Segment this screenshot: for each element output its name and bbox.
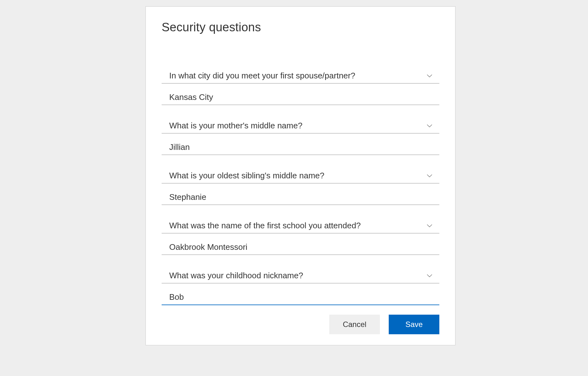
chevron-down-icon — [426, 122, 433, 129]
question-label: What is your oldest sibling's middle nam… — [169, 171, 325, 181]
answer-field-row — [162, 190, 439, 205]
chevron-down-icon — [426, 72, 433, 79]
answer-input[interactable] — [162, 290, 439, 305]
dialog-title: Security questions — [162, 21, 439, 34]
question-dropdown[interactable]: What was your childhood nickname? — [162, 269, 439, 283]
chevron-down-icon — [426, 222, 433, 229]
answer-field-row — [162, 240, 439, 255]
page-background: Security questions In what city did you … — [0, 0, 588, 376]
save-button[interactable]: Save — [389, 315, 439, 334]
question-label: What was your childhood nickname? — [169, 271, 303, 280]
security-questions-dialog: Security questions In what city did you … — [145, 6, 455, 345]
cancel-button[interactable]: Cancel — [329, 315, 380, 334]
answer-field-row — [162, 140, 439, 155]
answer-field-row — [162, 290, 439, 305]
chevron-down-icon — [426, 272, 433, 279]
security-questions-list: In what city did you meet your first spo… — [162, 69, 439, 305]
question-label: In what city did you meet your first spo… — [169, 71, 355, 81]
answer-input[interactable] — [162, 190, 439, 205]
question-label: What was the name of the first school yo… — [169, 221, 361, 231]
answer-input[interactable] — [162, 90, 439, 105]
answer-input[interactable] — [162, 140, 439, 155]
security-question-group: What is your mother's middle name? — [162, 119, 439, 155]
security-question-group: What is your oldest sibling's middle nam… — [162, 169, 439, 205]
security-question-group: In what city did you meet your first spo… — [162, 69, 439, 105]
chevron-down-icon — [426, 172, 433, 179]
question-label: What is your mother's middle name? — [169, 121, 302, 131]
answer-input[interactable] — [162, 240, 439, 255]
security-question-group: What was your childhood nickname? — [162, 269, 439, 305]
question-dropdown[interactable]: What is your oldest sibling's middle nam… — [162, 169, 439, 183]
question-dropdown[interactable]: What is your mother's middle name? — [162, 119, 439, 133]
question-dropdown[interactable]: In what city did you meet your first spo… — [162, 69, 439, 83]
dialog-button-row: Cancel Save — [162, 315, 439, 334]
security-question-group: What was the name of the first school yo… — [162, 219, 439, 255]
question-dropdown[interactable]: What was the name of the first school yo… — [162, 219, 439, 233]
answer-field-row — [162, 90, 439, 105]
